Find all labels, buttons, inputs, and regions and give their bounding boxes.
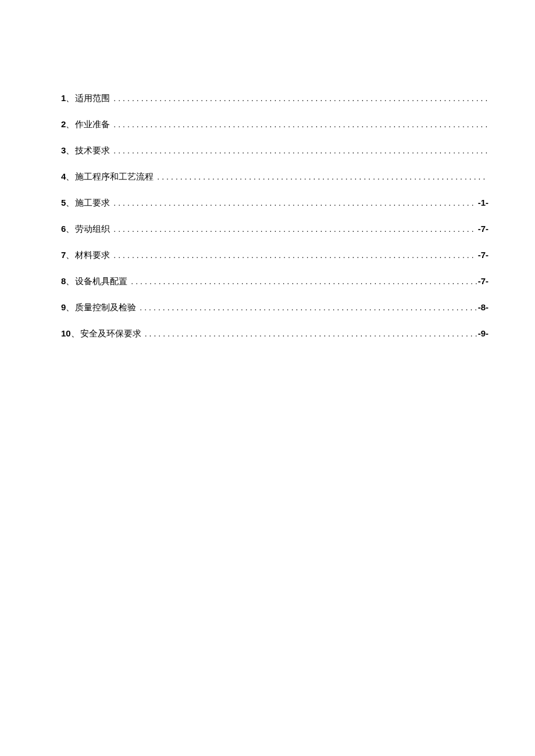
toc-title: 设备机具配置 xyxy=(75,276,127,287)
toc-separator: 、 xyxy=(66,198,74,209)
toc-number: 9 xyxy=(61,302,66,312)
toc-entry: 6 、 劳动组织 -7- xyxy=(61,224,488,235)
toc-number: 2 xyxy=(61,119,66,129)
toc-leader-dots xyxy=(157,172,487,181)
toc-number: 8 xyxy=(61,276,66,286)
toc-separator: 、 xyxy=(66,224,74,235)
toc-leader-dots xyxy=(145,329,477,338)
toc-title: 劳动组织 xyxy=(75,224,110,235)
toc-leader-dots xyxy=(113,250,476,260)
toc-leader-dots xyxy=(113,94,487,103)
toc-leader-dots xyxy=(113,198,476,207)
toc-entry: 8 、 设备机具配置 -7- xyxy=(61,276,488,287)
toc-page: -7- xyxy=(478,276,488,286)
toc-number: 6 xyxy=(61,224,66,234)
toc-title: 施工程序和工艺流程 xyxy=(75,171,154,182)
toc-number: 1 xyxy=(61,93,66,103)
toc-entry: 5 、 施工要求 -1- xyxy=(61,198,488,209)
toc-entry: 7 、 材料要求 -7- xyxy=(61,250,488,261)
toc-separator: 、 xyxy=(71,328,80,339)
toc-leader-dots xyxy=(113,120,487,129)
toc-title: 作业准备 xyxy=(75,119,110,130)
toc-leader-dots xyxy=(140,303,476,312)
toc-entry: 3 、 技术要求 xyxy=(61,145,488,156)
toc-title: 质量控制及检验 xyxy=(75,302,136,313)
toc-separator: 、 xyxy=(66,119,74,130)
toc-entry: 1 、 适用范围 xyxy=(61,93,488,104)
toc-separator: 、 xyxy=(66,250,74,261)
toc-title: 施工要求 xyxy=(75,198,110,209)
toc-number: 4 xyxy=(61,171,66,181)
toc-separator: 、 xyxy=(66,93,74,104)
toc-page: -9- xyxy=(478,328,488,338)
toc-page: -7- xyxy=(478,250,488,260)
toc-entry: 9 、 质量控制及检验 -8- xyxy=(61,302,488,313)
toc-entry: 10 、 安全及环保要求 -9- xyxy=(61,328,488,339)
toc-number: 3 xyxy=(61,145,66,155)
toc-leader-dots xyxy=(113,224,476,234)
toc-number: 10 xyxy=(61,328,71,338)
toc-leader-dots xyxy=(131,277,476,286)
toc-entry: 2 、 作业准备 xyxy=(61,119,488,130)
toc-separator: 、 xyxy=(66,302,74,313)
toc-page: -8- xyxy=(478,302,488,312)
toc-number: 7 xyxy=(61,250,66,260)
toc-entry: 4 、 施工程序和工艺流程 xyxy=(61,171,488,182)
toc-title: 适用范围 xyxy=(75,93,110,104)
toc-number: 5 xyxy=(61,198,66,207)
toc-separator: 、 xyxy=(66,171,74,182)
toc-title: 安全及环保要求 xyxy=(80,328,141,339)
toc-title: 技术要求 xyxy=(75,145,110,156)
toc-title: 材料要求 xyxy=(75,250,110,261)
toc-page: -1- xyxy=(478,198,488,207)
toc-separator: 、 xyxy=(66,276,74,287)
toc-page: -7- xyxy=(478,224,488,234)
toc-leader-dots xyxy=(113,146,487,155)
table-of-contents: 1 、 适用范围 2 、 作业准备 3 、 技术要求 4 、 施工程序和工艺流程… xyxy=(61,93,488,339)
toc-separator: 、 xyxy=(66,145,74,156)
